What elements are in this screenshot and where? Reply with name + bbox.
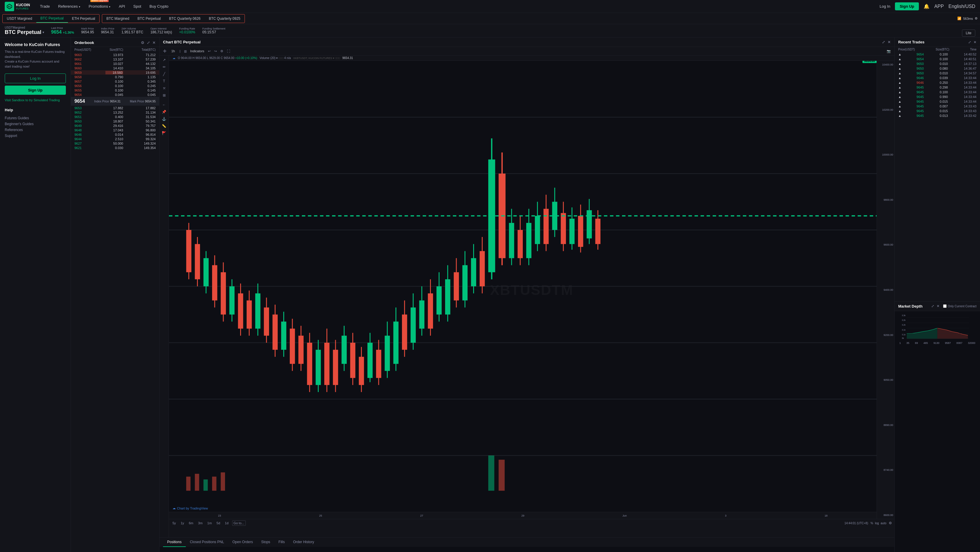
tab-open-orders[interactable]: Open Orders <box>228 538 257 547</box>
nav-spot[interactable]: Spot <box>133 3 142 10</box>
help-references[interactable]: References <box>5 127 66 133</box>
table-row[interactable]: 964817.04396.800 <box>71 128 159 132</box>
help-support[interactable]: Support <box>5 133 66 139</box>
back-arrow[interactable]: ← <box>162 103 166 107</box>
logo[interactable]: KC KUCOIN FUTURES <box>5 2 30 11</box>
settings-icon[interactable]: ⚙ <box>975 16 978 21</box>
rt-expand-icon[interactable]: ⤢ <box>968 40 971 44</box>
table-row[interactable]: 965918.56019.695 <box>71 70 159 75</box>
tf-1y[interactable]: 1y <box>180 521 186 525</box>
tab-closed-positions-pnl[interactable]: Closed Positions PNL <box>186 538 228 547</box>
table-row[interactable]: 962750.000149.324 <box>71 141 159 146</box>
help-beginners-guides[interactable]: Beginner's Guides <box>5 121 66 127</box>
table-row[interactable]: 964929.41679.757 <box>71 124 159 128</box>
camera-icon[interactable]: 📷 <box>887 49 891 53</box>
table-row[interactable]: 966110.02744.132 <box>71 62 159 66</box>
tab-positions[interactable]: Positions <box>163 538 186 547</box>
measure-tool[interactable]: ⊞ <box>163 93 166 97</box>
tf-3m[interactable]: 3m <box>197 521 204 525</box>
auto-opt[interactable]: auto <box>881 522 886 525</box>
table-row[interactable]: 965213.25231.134 <box>71 110 159 114</box>
ruler-tool[interactable]: 📏 <box>162 124 166 128</box>
crosshair-tool[interactable]: ✛ <box>163 49 167 54</box>
table-row[interactable]: 96540.0450.045 <box>71 92 159 97</box>
app-download[interactable]: APP <box>934 4 944 9</box>
lite-button[interactable]: Lite <box>962 30 975 36</box>
chart-settings-icon[interactable]: ⚙ <box>220 49 223 53</box>
ob-expand-icon[interactable]: ⤢ <box>147 40 150 45</box>
nav-trade[interactable]: Trade <box>39 3 50 10</box>
tf-6m[interactable]: 6m <box>188 521 194 525</box>
chart-expand-icon[interactable]: ⤢ <box>882 40 885 44</box>
fibonacci-tool[interactable]: ⤱ <box>163 86 166 90</box>
table-row[interactable]: 965018.80750.341 <box>71 119 159 124</box>
ob-settings-icon[interactable]: ⚙ <box>141 40 145 45</box>
tf-1m[interactable]: 1m <box>206 521 213 525</box>
tf-5y[interactable]: 5y <box>171 521 177 525</box>
rt-close-icon[interactable]: ✕ <box>974 40 977 44</box>
indicators-btn[interactable]: Indicators <box>190 49 204 53</box>
sandbox-link[interactable]: Visit Sandbox to try Simulated Trading <box>5 98 66 102</box>
x-label-27: 27 <box>420 514 423 517</box>
cursor-tool[interactable]: ↗ <box>163 58 166 62</box>
table-row[interactable]: 965317.88217.882 <box>71 106 159 110</box>
table-row[interactable]: 96210.030149.354 <box>71 146 159 150</box>
table-row[interactable]: 966213.10757.239 <box>71 57 159 62</box>
pin-tool[interactable]: 📌 <box>162 110 166 114</box>
table-row[interactable]: 96570.1000.345 <box>71 79 159 84</box>
help-futures-guides[interactable]: Futures Guides <box>5 115 66 121</box>
goto-btn[interactable]: Go to... <box>232 520 246 526</box>
nav-api[interactable]: API <box>118 3 126 10</box>
candle-type-icon[interactable]: ▥ <box>184 49 187 53</box>
tab-btc-quarterly-0626[interactable]: BTC Quarterly 0626 <box>165 14 205 23</box>
sidebar-signup-button[interactable]: Sign Up <box>5 86 66 95</box>
chart-close-icon[interactable]: ✕ <box>888 40 891 44</box>
login-button[interactable]: Log In <box>880 4 890 9</box>
only-current-checkbox[interactable] <box>943 305 947 308</box>
anchor-tool[interactable]: ⚓ <box>162 117 166 121</box>
notification-icon[interactable]: 🔔 <box>924 3 929 9</box>
sidebar-login-button[interactable]: Log In <box>5 73 66 83</box>
redo-btn[interactable]: ↪ <box>214 49 217 53</box>
table-row[interactable]: 96550.1000.145 <box>71 88 159 92</box>
percentage-opt[interactable]: % <box>870 522 873 525</box>
table-row[interactable]: 96442.51099.324 <box>71 137 159 141</box>
line-tool[interactable]: ╱ <box>163 72 165 76</box>
tab-stops[interactable]: Stops <box>257 538 274 547</box>
nav-buy-crypto[interactable]: Buy Crypto <box>149 3 169 10</box>
flag-tool[interactable]: 🚩 <box>162 131 166 135</box>
nav-promotions[interactable]: Brand Upgrade Promotions ▾ <box>88 3 111 10</box>
language-selector[interactable]: English/USD <box>948 4 975 9</box>
undo-btn[interactable]: ↩ <box>208 49 211 53</box>
md-expand-icon[interactable]: ⤢ <box>931 304 934 308</box>
tf-settings-icon[interactable]: ⚙ <box>889 521 892 525</box>
table-row[interactable]: 96510.40031.534 <box>71 114 159 119</box>
tf-1d[interactable]: 1d <box>224 521 229 525</box>
tab-fills[interactable]: Fills <box>274 538 289 547</box>
tf-1h[interactable]: 1h <box>170 49 176 54</box>
tf-5d[interactable]: 5d <box>215 521 221 525</box>
log-opt[interactable]: log <box>875 522 879 525</box>
tab-usdt-margined[interactable]: USDT Margined <box>3 14 36 23</box>
table-row[interactable]: 96460.01496.814 <box>71 132 159 137</box>
md-close-icon[interactable]: ✕ <box>937 304 940 308</box>
contract-name[interactable]: BTC Perpetual ▾ <box>5 29 44 35</box>
text-tool[interactable]: T <box>163 79 165 83</box>
table-row[interactable]: 96560.1000.245 <box>71 84 159 88</box>
chart-body[interactable]: XBTUSDTM <box>169 61 894 519</box>
table-row[interactable]: 966014.41034.105 <box>71 66 159 70</box>
contract-selector[interactable]: USDTMargined BTC Perpetual ▾ <box>5 26 44 35</box>
tab-btc-perpetual-1[interactable]: BTC Perpetual <box>36 14 68 23</box>
fullscreen-icon[interactable]: ⛶ <box>227 49 230 53</box>
tab-eth-perpetual[interactable]: ETH Perpetual <box>68 14 100 23</box>
tab-btc-perpetual-2[interactable]: BTC Perpetual <box>134 14 165 23</box>
tab-btc-margined[interactable]: BTC Margined <box>102 14 133 23</box>
tab-order-history[interactable]: Order History <box>289 538 318 547</box>
pen-tool[interactable]: ✏ <box>163 65 166 69</box>
nav-references[interactable]: References ▾ <box>57 3 81 10</box>
signup-button[interactable]: Sign Up <box>895 2 919 10</box>
table-row[interactable]: 966313.97371.212 <box>71 52 159 57</box>
tab-btc-quarterly-0925[interactable]: BTC Quarterly 0925 <box>205 14 245 23</box>
table-row[interactable]: 96580.7901.135 <box>71 75 159 79</box>
ob-close-icon[interactable]: ✕ <box>153 40 156 45</box>
